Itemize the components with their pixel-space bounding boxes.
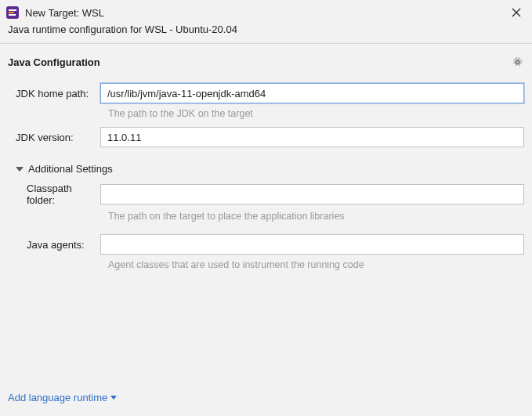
add-language-runtime-link[interactable]: Add language runtime (8, 392, 117, 403)
gear-icon (512, 56, 523, 68)
jdk-version-label: JDK version: (8, 132, 100, 143)
svg-marker-6 (16, 167, 24, 172)
jdk-home-hint: The path to the JDK on the target (108, 108, 524, 119)
additional-settings-label: Additional Settings (28, 163, 113, 175)
titlebar: New Target: WSL (0, 0, 532, 22)
form-area: JDK home path: The path to the JDK on th… (0, 74, 532, 270)
jdk-version-input[interactable] (100, 127, 524, 147)
java-agents-label: Java agents: (8, 239, 100, 251)
additional-settings-expander[interactable]: Additional Settings (16, 163, 524, 175)
footer: Add language runtime (0, 384, 532, 416)
section-title: Java Configuration (8, 56, 510, 68)
java-agents-row: Java agents: (8, 234, 524, 255)
classpath-hint: The path on the target to place the appl… (108, 211, 524, 222)
jdk-version-row: JDK version: (8, 127, 524, 147)
window-subtitle: Java runtime configuration for WSL - Ubu… (0, 22, 532, 43)
classpath-label: Classpath folder: (8, 183, 100, 206)
window-title: New Target: WSL (25, 7, 502, 19)
close-icon (512, 8, 521, 17)
chevron-down-icon (16, 165, 24, 173)
settings-button[interactable] (510, 55, 524, 69)
svg-rect-2 (9, 12, 14, 13)
svg-rect-1 (9, 9, 16, 11)
classpath-row: Classpath folder: (8, 183, 524, 206)
close-button[interactable] (508, 5, 524, 20)
app-icon (6, 6, 19, 19)
classpath-input[interactable] (100, 184, 524, 204)
java-agents-hint: Agent classes that are used to instrumen… (108, 259, 524, 270)
jdk-home-input[interactable] (100, 83, 524, 103)
svg-rect-3 (9, 14, 16, 16)
add-language-runtime-label: Add language runtime (8, 392, 107, 403)
svg-marker-7 (110, 396, 117, 400)
jdk-home-row: JDK home path: (8, 83, 524, 103)
section-header: Java Configuration (0, 44, 532, 74)
jdk-home-label: JDK home path: (8, 88, 100, 99)
java-agents-input[interactable] (100, 234, 524, 255)
spacer (0, 270, 532, 384)
chevron-down-icon (110, 393, 117, 402)
